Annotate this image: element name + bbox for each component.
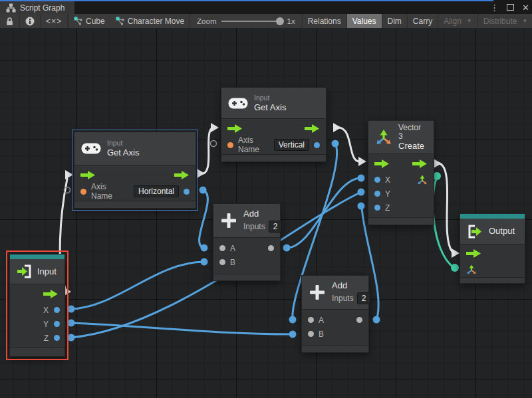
wire-getaxis-horizontal-to-add1-a[interactable] — [200, 190, 208, 248]
wire-flow-getaxis-horizontal-to-vertical[interactable] — [203, 128, 213, 173]
align-dropdown[interactable]: Align ▼ — [438, 14, 478, 28]
plus-icon — [309, 284, 326, 301]
node-header[interactable]: Vector 3 Create — [368, 121, 434, 153]
panel-menu-button[interactable]: ⋮ — [490, 1, 499, 14]
input-a-port[interactable] — [219, 245, 225, 251]
vector3-in-port[interactable] — [466, 264, 477, 275]
port-label: B — [230, 258, 235, 267]
inputs-label: Inputs — [243, 222, 265, 231]
port-label: Z — [385, 203, 390, 213]
input-b-port[interactable] — [219, 259, 225, 265]
port-label: Y — [43, 320, 49, 329]
x-out-port[interactable] — [54, 307, 60, 313]
wire-input-y-to-add2-b[interactable] — [71, 323, 293, 334]
port-label: B — [319, 330, 324, 339]
wire-input-x-to-add1-b[interactable] — [71, 262, 204, 309]
flow-out-port[interactable] — [43, 290, 59, 298]
axis-name-port[interactable] — [227, 142, 233, 148]
inputs-count-field[interactable]: 2 — [269, 221, 283, 233]
breadcrumb-graph-character-move[interactable]: Character Move — [110, 14, 190, 28]
close-button[interactable]: ✕ — [522, 1, 529, 14]
flow-out-port[interactable] — [305, 124, 320, 133]
flow-in-port[interactable] — [227, 124, 243, 133]
node-header[interactable]: Add Inputs 2 — [213, 204, 280, 237]
plus-icon — [220, 212, 237, 229]
flow-in-port[interactable] — [466, 249, 481, 258]
value-wire-cap — [68, 306, 75, 313]
node-header[interactable]: Input — [10, 259, 65, 284]
output-icon — [467, 225, 483, 239]
graph-asset-icon — [74, 17, 82, 25]
flow-in-port[interactable] — [374, 159, 390, 168]
z-in-port[interactable] — [374, 205, 380, 211]
input-a-port[interactable] — [308, 317, 314, 323]
node-add-1[interactable]: Add Inputs 2 A B — [213, 203, 281, 281]
node-title: Add — [243, 209, 282, 219]
flow-in-port[interactable] — [80, 171, 96, 179]
zoom-slider[interactable] — [221, 21, 283, 22]
node-title: Input — [37, 266, 57, 277]
node-category: Input — [107, 139, 139, 148]
maximize-button[interactable] — [507, 1, 514, 14]
y-out-port[interactable] — [54, 321, 60, 327]
unity-script-graph-window: { "window": { "tab_title": "Script Graph… — [0, 0, 532, 398]
inputs-count-field[interactable]: 2 — [357, 292, 371, 304]
node-header[interactable]: Add Inputs 2 — [302, 276, 368, 309]
wire-flow-vector3-to-output[interactable] — [440, 163, 452, 252]
chevron-down-icon: ▼ — [467, 18, 472, 24]
vector-wire-cap — [451, 264, 459, 272]
node-category: Vector 3 — [398, 124, 427, 141]
sum-out-port[interactable] — [268, 245, 274, 251]
dim-toggle[interactable]: Dim — [382, 14, 408, 28]
node-header[interactable]: Output — [460, 219, 525, 244]
code-icon: <×> — [46, 17, 62, 26]
graph-canvas[interactable]: Input Get Axis Axis Name Vertical — [0, 29, 532, 398]
relations-toggle[interactable]: Relations — [303, 14, 347, 28]
carry-toggle[interactable]: Carry — [408, 14, 438, 28]
value-wire-cap — [289, 331, 297, 338]
value-out-port[interactable] — [184, 189, 190, 195]
value-wire-cap — [332, 140, 339, 148]
value-out-port[interactable] — [314, 142, 320, 148]
node-add-2[interactable]: Add Inputs 2 A B — [301, 275, 369, 353]
zoom-slider-handle[interactable] — [276, 17, 284, 25]
wire-flow-getaxis-vertical-to-vector3[interactable] — [339, 128, 359, 161]
flow-wire-arrow — [197, 169, 205, 178]
value-wire-cap — [289, 316, 297, 324]
node-output[interactable]: Output — [460, 213, 525, 284]
tab-title: Script Graph — [20, 3, 65, 13]
distribute-dropdown[interactable]: Distribute ▼ — [478, 14, 532, 28]
subgraph-accent-bar — [10, 254, 65, 259]
node-header[interactable]: Input Get Axis — [221, 88, 326, 118]
y-in-port[interactable] — [374, 191, 380, 197]
values-toggle[interactable]: Values — [347, 14, 382, 28]
node-input[interactable]: Input X Y Z — [9, 254, 65, 357]
value-wire-cap — [358, 175, 365, 182]
port-label: X — [385, 175, 390, 185]
input-b-port[interactable] — [308, 331, 314, 337]
unconnected-port-ring — [211, 141, 217, 147]
flow-out-port[interactable] — [174, 171, 190, 179]
tab-script-graph[interactable]: Script Graph — [0, 1, 74, 14]
flow-out-port[interactable] — [412, 159, 428, 168]
breadcrumb-graph-cube[interactable]: Cube — [68, 14, 110, 28]
x-in-port[interactable] — [374, 177, 380, 183]
sum-out-port[interactable] — [356, 317, 362, 323]
flow-wire-arrow — [358, 157, 366, 166]
info-button[interactable] — [20, 14, 41, 28]
value-wire-cap — [200, 187, 207, 194]
edit-source-button[interactable]: <×> — [41, 14, 68, 28]
node-get-axis-horizontal[interactable]: Input Get Axis Axis Name Horizontal — [74, 132, 196, 209]
vector3-out-port[interactable] — [417, 175, 428, 185]
axis-name-port[interactable] — [80, 189, 86, 195]
axis-name-value-field[interactable]: Horizontal — [134, 185, 179, 197]
z-out-port[interactable] — [54, 335, 60, 341]
axis-name-value-field[interactable]: Vertical — [274, 139, 309, 151]
zoom-control: Zoom 1x — [190, 14, 303, 28]
node-get-axis-vertical[interactable]: Input Get Axis Axis Name Vertical — [221, 87, 327, 162]
wire-vector3-value-to-output[interactable] — [433, 177, 454, 268]
lock-button[interactable] — [0, 14, 20, 28]
wire-add1-to-vector3-x[interactable] — [287, 178, 361, 248]
node-header[interactable]: Input Get Axis — [74, 132, 196, 165]
node-vector3-create[interactable]: Vector 3 Create X — [368, 120, 434, 225]
